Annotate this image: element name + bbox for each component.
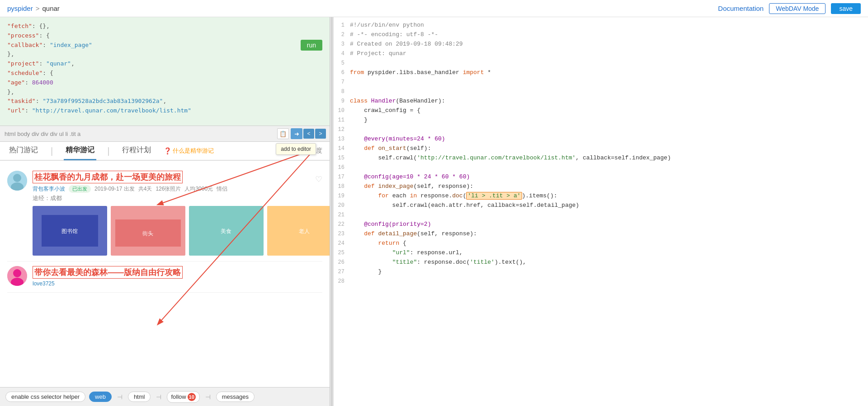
- svg-text:美食: 美食: [221, 228, 231, 234]
- messages-button[interactable]: messages: [216, 392, 255, 402]
- add-to-editor-tooltip: add to editor: [276, 143, 316, 155]
- breadcrumb-nav: pyspider > qunar: [7, 5, 60, 12]
- code-line-3: 3 # Created on 2019-09-18 09:48:29: [334, 40, 868, 49]
- go-button[interactable]: ➜: [291, 128, 302, 139]
- content-browser: 热门游记 | 精华游记 | 行程计划 ❓ 什么是精华游记 热度: [0, 142, 330, 406]
- follow-button[interactable]: follow 10: [167, 391, 199, 403]
- code-line-24: 24 return {: [334, 239, 868, 248]
- html-button[interactable]: html: [128, 392, 151, 402]
- code-line-5: 5: [334, 59, 868, 68]
- json-line-6: "schedule": {: [7, 69, 322, 78]
- article-tag-1: 已出发: [69, 185, 91, 193]
- follow-label: follow: [171, 393, 186, 400]
- article-thumb-2: 街头: [111, 206, 185, 256]
- code-line-26: 26 "title": response.doc('title').text()…: [334, 258, 868, 267]
- list-item: 带你去看最美的森林——版纳自由行攻略 love3725: [7, 261, 322, 293]
- article-author-1: 背包客李小波: [33, 185, 65, 193]
- article-content-1: 桂花飘香的九月成都，赴一场更美的旅程 背包客李小波 已出发 2019-09-17…: [33, 171, 330, 256]
- code-editor-panel: 1 #!/usr/bin/env python 2 # -*- encoding…: [334, 17, 868, 406]
- code-line-15: 15 self.crawl('http://travel.qunar.com/t…: [334, 154, 868, 163]
- code-line-18: 18 def index_page(self, response):: [334, 182, 868, 191]
- svg-rect-11: [267, 206, 330, 256]
- nav-back-button[interactable]: <: [303, 129, 314, 139]
- code-line-10: 10 crawl_config = {: [334, 106, 868, 116]
- enable-css-selector-button[interactable]: enable css selector helper: [5, 392, 85, 402]
- nav-arrows: < >: [303, 129, 326, 139]
- code-line-7: 7: [334, 78, 868, 87]
- what-is-featured-link[interactable]: ❓ 什么是精华游记: [164, 147, 214, 155]
- code-line-9: 9 class Handler(BaseHandler):: [334, 97, 868, 106]
- code-line-2: 2 # -*- encoding: utf-8 -*-: [334, 30, 868, 40]
- top-bar: pyspider > qunar Documentation WebDAV Mo…: [0, 0, 868, 17]
- tab-divider-2: |: [107, 146, 109, 156]
- avatar: [7, 266, 27, 286]
- svg-text:图书馆: 图书馆: [61, 228, 78, 234]
- copy-go-icons: 📋 ➜: [277, 128, 302, 139]
- svg-point-1: [13, 174, 21, 182]
- code-line-16: 16: [334, 163, 868, 173]
- code-line-4: 4 # Project: qunar: [334, 49, 868, 59]
- tab-divider-1: |: [51, 146, 53, 156]
- article-content-2: 带你去看最美的森林——版纳自由行攻略 love3725: [33, 266, 322, 287]
- code-line-28: 28: [334, 277, 868, 286]
- avatar: [7, 171, 27, 191]
- heart-icon[interactable]: ♡: [315, 174, 322, 184]
- article-thumb-4: 老人: [267, 206, 330, 256]
- svg-text:老人: 老人: [299, 228, 310, 234]
- list-item: 桂花飘香的九月成都，赴一场更美的旅程 背包客李小波 已出发 2019-09-17…: [7, 165, 322, 261]
- code-line-19: 19 for each in response.doc('li > .tit >…: [334, 191, 868, 201]
- pyspider-link[interactable]: pyspider: [7, 5, 33, 12]
- code-line-6: 6 from pyspider.libs.base_handler import…: [334, 68, 868, 78]
- article-duration-1: 共4天: [138, 185, 152, 193]
- article-title-1[interactable]: 桂花飘香的九月成都，赴一场更美的旅程: [33, 171, 183, 183]
- code-line-21: 21: [334, 210, 868, 220]
- code-line-12: 12: [334, 125, 868, 135]
- code-editor[interactable]: 1 #!/usr/bin/env python 2 # -*- encoding…: [334, 17, 868, 406]
- code-line-8: 8: [334, 87, 868, 97]
- json-line-7: "age": 864000: [7, 78, 322, 88]
- json-area: run "fetch": {}, "process": { "callback"…: [0, 17, 330, 126]
- article-cost-1: 人均3000元: [184, 185, 213, 193]
- json-line-3: "callback": "index_page": [7, 41, 322, 50]
- json-line-8: },: [7, 88, 322, 97]
- code-line-20: 20 self.crawl(each.attr.href, callback=s…: [334, 201, 868, 210]
- article-title-2[interactable]: 带你去看最美的森林——版纳自由行攻略: [33, 266, 183, 279]
- code-line-27: 27 }: [334, 267, 868, 277]
- toolbar-separator-2: ⊣: [154, 393, 163, 401]
- article-author-2: love3725: [33, 280, 55, 287]
- web-button[interactable]: web: [89, 392, 112, 402]
- article-meta-2: love3725: [33, 280, 322, 287]
- code-line-11: 11 }: [334, 116, 868, 125]
- tab-hot-travel[interactable]: 热门游记: [7, 142, 40, 160]
- article-list: 桂花飘香的九月成都，赴一场更美的旅程 背包客李小波 已出发 2019-09-17…: [0, 161, 330, 387]
- json-line-9: "taskid": "73a789f99528a2bdc3ab83a139029…: [7, 97, 322, 106]
- copy-button[interactable]: 📋: [277, 128, 289, 139]
- tab-featured-travel[interactable]: 精华游记: [64, 142, 96, 160]
- svg-text:街头: 街头: [142, 230, 153, 237]
- toolbar-separator-3: ⊣: [203, 393, 212, 401]
- json-line-2: "process": {: [7, 31, 322, 41]
- tab-itinerary[interactable]: 行程计划: [120, 142, 153, 160]
- breadcrumb-text: html body div div div ul li .tit a: [5, 131, 80, 137]
- article-meta-1: 背包客李小波 已出发 2019-09-17 出发 共4天 126张照片 人均30…: [33, 185, 330, 193]
- nav-forward-button[interactable]: >: [315, 129, 326, 139]
- top-bar-actions: Documentation WebDAV Mode save: [718, 3, 861, 14]
- code-line-23: 23 def detail_page(self, response):: [334, 229, 868, 239]
- webdav-button[interactable]: WebDAV Mode: [769, 3, 826, 14]
- project-name: qunar: [42, 5, 59, 12]
- save-button[interactable]: save: [831, 3, 861, 14]
- code-line-25: 25 "url": response.url,: [334, 248, 868, 258]
- documentation-link[interactable]: Documentation: [718, 5, 764, 12]
- nav-breadcrumb-bar: html body div div div ul li .tit a 📋 ➜ <…: [0, 126, 330, 142]
- json-line-1: "fetch": {},: [7, 22, 322, 31]
- article-route-1: 途经：成都: [33, 194, 330, 202]
- article-images-1: 图书馆 街头 美食 老人: [33, 206, 330, 256]
- article-thumb-3: 美食: [189, 206, 264, 256]
- code-line-13: 13 @every(minutes=24 * 60): [334, 135, 868, 144]
- json-line-4: },: [7, 50, 322, 59]
- article-companion-1: 情侣: [217, 185, 227, 193]
- run-button[interactable]: run: [301, 40, 322, 51]
- svg-point-14: [13, 269, 21, 277]
- toolbar-separator-1: ⊣: [115, 393, 124, 401]
- bottom-toolbar: enable css selector helper web ⊣ html ⊣ …: [0, 387, 330, 406]
